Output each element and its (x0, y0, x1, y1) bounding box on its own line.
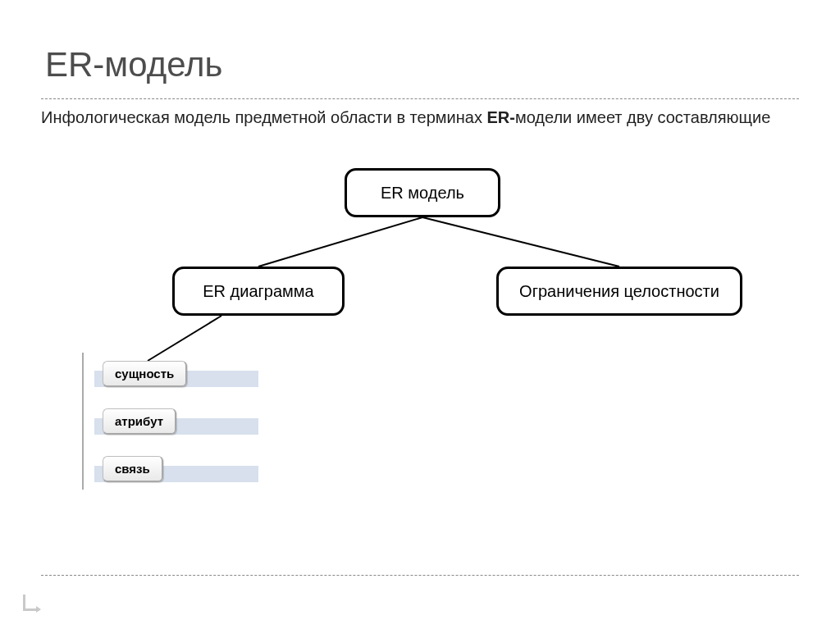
node-integrity-constraints-label: Ограничения целостности (519, 282, 719, 301)
list-item: связь (94, 456, 267, 485)
subtitle-part2: модели имеет дву составляющие (515, 108, 770, 126)
list-item: сущность (94, 361, 267, 390)
node-root-label: ER модель (381, 184, 464, 203)
concept-list: сущность атрибут связь (94, 361, 267, 485)
list-item-button-relation: связь (103, 456, 163, 482)
list-item: атрибут (94, 408, 267, 438)
svg-line-0 (258, 217, 422, 267)
svg-line-1 (422, 217, 619, 267)
node-integrity-constraints: Ограничения целостности (496, 267, 742, 316)
title-divider (41, 98, 799, 99)
node-er-diagram: ER диаграмма (172, 267, 345, 316)
list-item-button-attribute: атрибут (103, 408, 176, 435)
slide-title: ER-модель (45, 45, 223, 84)
footer-divider (41, 575, 799, 576)
list-vertical-line (82, 353, 84, 490)
node-root: ER модель (345, 168, 500, 217)
subtitle-part1: Инфологическая модель предметной области… (41, 108, 486, 126)
slide: ER-модель Инфологическая модель предметн… (0, 0, 840, 629)
corner-arrow-icon (23, 595, 39, 611)
slide-subtitle: Инфологическая модель предметной области… (41, 107, 815, 129)
node-er-diagram-label: ER диаграмма (203, 282, 313, 301)
svg-line-2 (148, 316, 221, 361)
subtitle-bold: ER- (486, 108, 514, 126)
list-item-button-entity: сущность (103, 361, 187, 387)
